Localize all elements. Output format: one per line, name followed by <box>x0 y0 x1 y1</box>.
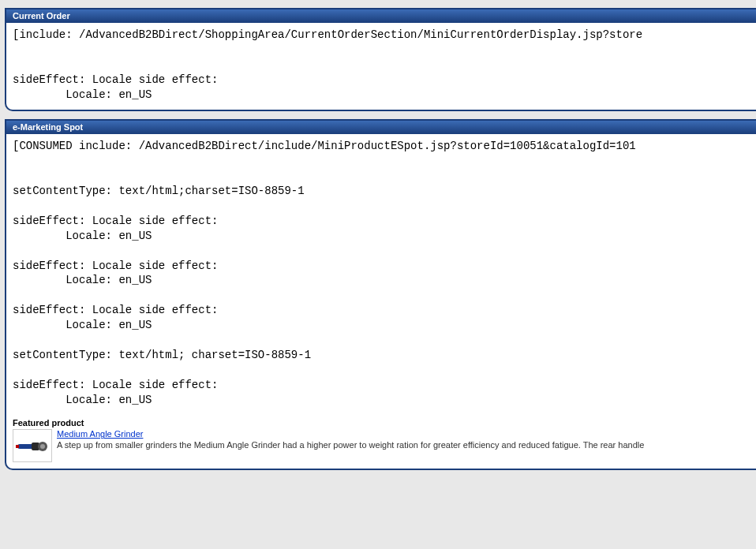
locale-line: Locale: en_US <box>13 88 152 101</box>
side-effect-line: sideEffect: Locale side effect: <box>13 215 218 227</box>
angle-grinder-icon <box>16 436 49 455</box>
featured-product-thumbnail[interactable] <box>13 429 52 462</box>
side-effect-line: sideEffect: Locale side effect: <box>13 304 218 316</box>
side-effect-line: sideEffect: Locale side effect: <box>13 260 218 272</box>
featured-product-link[interactable]: Medium Angle Grinder <box>57 429 143 439</box>
locale-line: Locale: en_US <box>13 394 152 406</box>
set-content-type-line: setContentType: text/html;charset=ISO-88… <box>13 185 305 197</box>
emarketing-spot-panel: e-Marketing Spot [CONSUMED include: /Adv… <box>5 119 756 470</box>
featured-product-heading: Featured product <box>13 418 751 428</box>
featured-product-description: A step up from smaller grinders the Medi… <box>57 440 644 450</box>
current-order-header: Current Order <box>6 9 756 23</box>
featured-product-text: Medium Angle Grinder A step up from smal… <box>57 429 751 451</box>
locale-line: Locale: en_US <box>13 230 152 242</box>
current-order-panel: Current Order [include: /AdvancedB2BDire… <box>5 8 756 111</box>
side-effect-line: sideEffect: Locale side effect: <box>13 73 218 86</box>
featured-product-section: Featured product Medium Angle Grinder A … <box>6 418 756 469</box>
svg-rect-4 <box>16 445 19 448</box>
locale-line: Locale: en_US <box>13 319 152 331</box>
locale-line: Locale: en_US <box>13 274 152 286</box>
consumed-include-line: [CONSUMED include: /AdvancedB2BDirect/in… <box>13 140 636 152</box>
include-path-line: [include: /AdvancedB2BDirect/ShoppingAre… <box>13 28 642 41</box>
current-order-body: [include: /AdvancedB2BDirect/ShoppingAre… <box>6 23 756 110</box>
featured-product-row: Medium Angle Grinder A step up from smal… <box>13 429 751 462</box>
emarketing-spot-header: e-Marketing Spot <box>6 121 756 134</box>
side-effect-line: sideEffect: Locale side effect: <box>13 379 218 391</box>
svg-point-3 <box>40 444 45 449</box>
set-content-type-line: setContentType: text/html; charset=ISO-8… <box>13 349 311 361</box>
emarketing-spot-body: [CONSUMED include: /AdvancedB2BDirect/in… <box>6 134 756 415</box>
